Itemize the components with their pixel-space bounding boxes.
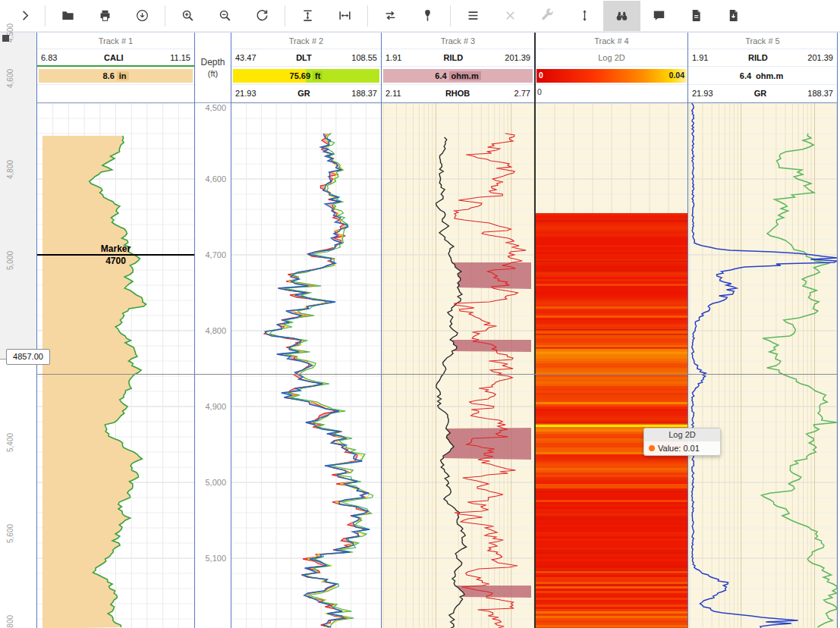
curve-name: RHOB bbox=[445, 89, 470, 98]
depth-tick-label: 4,800 bbox=[205, 326, 226, 335]
vertical-scale-button[interactable] bbox=[566, 1, 603, 31]
value-text: 6.4 bbox=[740, 71, 751, 80]
pin-button[interactable] bbox=[409, 1, 446, 31]
pin-icon bbox=[420, 8, 435, 23]
inspect-mode-button[interactable] bbox=[603, 1, 640, 31]
print-button[interactable] bbox=[87, 1, 124, 31]
reset-view-button[interactable] bbox=[244, 1, 281, 31]
curve-name: RILD bbox=[444, 53, 464, 62]
curve-name: GR bbox=[297, 89, 310, 98]
track1-plot[interactable]: Marker 4700 bbox=[37, 103, 194, 628]
track2-plot[interactable] bbox=[231, 103, 381, 628]
value-unit: ft bbox=[313, 71, 322, 80]
track4-colorbar-row: 0 0.04 bbox=[536, 67, 687, 85]
marker-depth: 4700 bbox=[37, 256, 194, 266]
menu-icon bbox=[466, 8, 480, 23]
value-unit: ohm.m bbox=[449, 71, 481, 80]
value-unit: ohm.m bbox=[753, 71, 785, 80]
colorbar-min: 0 bbox=[539, 71, 543, 80]
well-log-viewer: 4,5004,6004,8005,0005,4005,6005,800 Trac… bbox=[0, 0, 840, 628]
track3-curve-header-rild[interactable]: 1.91 RILD 201.39 bbox=[382, 49, 534, 67]
log-display-area: 4,5004,6004,8005,0005,4005,6005,800 Trac… bbox=[0, 32, 840, 628]
toolbar-separator bbox=[285, 5, 285, 27]
track5-header: Track # 5 1.91 RILD 201.39 6.4 ohm.m 21.… bbox=[688, 33, 837, 103]
minimap-anchor-icon[interactable] bbox=[2, 35, 9, 42]
curve-name: DLT bbox=[296, 53, 312, 62]
refresh-icon bbox=[255, 8, 269, 23]
depth-marker[interactable]: Marker 4700 bbox=[37, 243, 194, 266]
file-lines-icon bbox=[689, 8, 703, 23]
depth-tick-label: 4,500 bbox=[205, 103, 226, 112]
curve-max: 11.15 bbox=[170, 53, 190, 62]
marker-name: Marker bbox=[37, 243, 194, 254]
depth-tick-label: 4,900 bbox=[205, 402, 226, 411]
download-button[interactable] bbox=[124, 1, 161, 31]
heatmap-tooltip: Log 2D Value: 0.01 bbox=[643, 428, 721, 456]
track3-plot[interactable] bbox=[382, 103, 534, 628]
minimap-tick-label: 4,600 bbox=[6, 64, 14, 94]
depth-track: Depth (ft) 4,5004,6004,7004,8004,9005,00… bbox=[194, 33, 231, 628]
fit-height-icon bbox=[300, 8, 315, 23]
fit-width-button[interactable] bbox=[326, 1, 363, 31]
save-file-button[interactable] bbox=[715, 1, 752, 31]
open-folder-button[interactable] bbox=[49, 1, 87, 31]
fit-height-button[interactable] bbox=[289, 1, 326, 31]
curve-min: 21.93 bbox=[235, 89, 256, 98]
track5-current-value[interactable]: 6.4 ohm.m bbox=[690, 69, 835, 83]
track1-title: Track # 1 bbox=[37, 33, 194, 49]
zoom-out-button[interactable] bbox=[206, 1, 244, 31]
track2-value-row: 75.69 ft bbox=[231, 67, 381, 85]
track1-current-value[interactable]: 8.6 in bbox=[39, 69, 193, 83]
track3-curve-header-rhob[interactable]: 2.11 RHOB 2.77 bbox=[382, 85, 534, 102]
colorbar-max: 0.04 bbox=[669, 71, 684, 80]
curve-max: 188.37 bbox=[807, 89, 833, 98]
track2-curve-header-gr[interactable]: 21.93 GR 188.37 bbox=[231, 85, 381, 102]
close-icon bbox=[503, 8, 518, 23]
track2-current-value[interactable]: 75.69 ft bbox=[233, 69, 379, 83]
zoom-out-icon bbox=[218, 8, 232, 23]
tools-button bbox=[529, 1, 566, 31]
curve-max: 201.39 bbox=[505, 53, 530, 62]
depth-tick-label: 5,100 bbox=[205, 554, 226, 563]
comment-button[interactable] bbox=[640, 1, 678, 31]
track5-title: Track # 5 bbox=[688, 33, 837, 49]
curve-min: 21.93 bbox=[692, 89, 713, 98]
curve-min: 43.47 bbox=[235, 53, 256, 62]
track5-curve-header-rild[interactable]: 1.91 RILD 201.39 bbox=[688, 49, 837, 67]
curve-name: CALI bbox=[104, 53, 124, 62]
track4-axis-label: 0 bbox=[536, 85, 687, 102]
track4-heatmap[interactable] bbox=[536, 103, 687, 628]
curve-max: 201.39 bbox=[807, 53, 833, 62]
overview-minimap[interactable]: 4,5004,6004,8005,0005,4005,6005,800 bbox=[0, 33, 36, 628]
depth-axis-unit: (ft) bbox=[208, 69, 218, 78]
track-1: Track # 1 6.83 CALI 11.15 8.6 in Marker bbox=[36, 33, 194, 628]
file-download-icon bbox=[726, 8, 741, 23]
depth-tick-label: 4,700 bbox=[205, 250, 226, 259]
toolbar-separator bbox=[367, 5, 368, 27]
curve-max: 2.77 bbox=[514, 89, 530, 98]
track-2: Track # 2 43.47 DLT 108.55 75.69 ft 21.9… bbox=[231, 33, 381, 628]
heatmap-colorbar[interactable]: 0 0.04 bbox=[536, 69, 687, 83]
track5-plot[interactable] bbox=[688, 103, 837, 628]
track2-header: Track # 2 43.47 DLT 108.55 75.69 ft 21.9… bbox=[231, 33, 381, 103]
comment-icon bbox=[652, 8, 666, 23]
fit-width-icon bbox=[338, 8, 352, 23]
value-text: 8.6 bbox=[102, 71, 114, 80]
minimap-tick-label: 5,600 bbox=[6, 519, 14, 549]
binoculars-icon bbox=[615, 8, 629, 23]
export-file-button[interactable] bbox=[678, 1, 715, 31]
track1-curve-header-cali[interactable]: 6.83 CALI 11.15 bbox=[37, 49, 194, 67]
zoom-in-button[interactable] bbox=[169, 1, 206, 31]
track1-value-row: 8.6 in bbox=[37, 67, 194, 85]
swap-horizontal-icon bbox=[383, 8, 398, 23]
swap-tracks-button[interactable] bbox=[372, 1, 409, 31]
menu-button[interactable] bbox=[455, 1, 492, 31]
chevron-right-icon bbox=[19, 9, 32, 22]
curve-max: 108.55 bbox=[351, 53, 377, 62]
track5-curve-header-gr[interactable]: 21.93 GR 188.37 bbox=[688, 85, 837, 102]
series-dot-icon bbox=[649, 445, 655, 451]
track3-current-value[interactable]: 6.4 ohm.m bbox=[383, 69, 533, 83]
track3-header: Track # 3 1.91 RILD 201.39 6.4 ohm.m 2.1… bbox=[382, 33, 534, 103]
track2-curve-header-dlt[interactable]: 43.47 DLT 108.55 bbox=[231, 49, 381, 67]
toolbar-separator bbox=[45, 5, 46, 27]
